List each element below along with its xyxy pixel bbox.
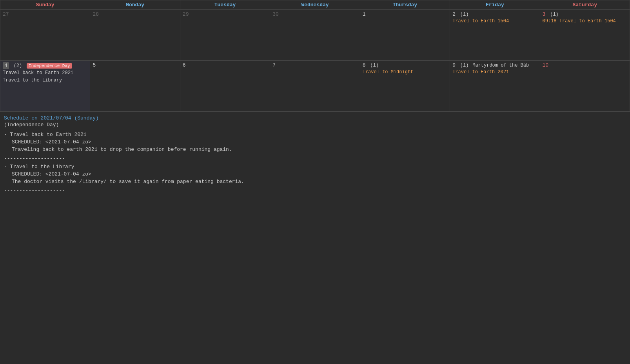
entry-desc-2: The doctor visits the /Library/ to save … bbox=[12, 179, 626, 185]
header-friday: Friday bbox=[450, 0, 540, 10]
day-cell-6[interactable]: 6 bbox=[180, 61, 270, 112]
day-cell-7[interactable]: 7 bbox=[270, 61, 360, 112]
day-cell-5[interactable]: 5 bbox=[90, 61, 180, 112]
day-num-1: 1 bbox=[363, 11, 366, 17]
day-num-3: 3 bbox=[543, 11, 546, 17]
divider-2: -------------------- bbox=[4, 188, 626, 194]
calendar-container: Sunday Monday Tuesday Wednesday Thursday… bbox=[0, 0, 630, 112]
event-travel-earth-1504-fri: Travel to Earth 1504 bbox=[452, 18, 537, 25]
day-num-5: 5 bbox=[93, 62, 96, 68]
day-num-7: 7 bbox=[272, 62, 276, 68]
day-cell-29[interactable]: 29 bbox=[180, 10, 270, 61]
day-cell-1[interactable]: 1 bbox=[360, 10, 450, 61]
entry-scheduled-1: SCHEDULED: <2021-07-04 zo> bbox=[12, 139, 626, 145]
day-cell-28[interactable]: 28 bbox=[90, 10, 180, 61]
event-travel-midnight: Travel to Midnight bbox=[363, 69, 447, 76]
day-num-29: 29 bbox=[183, 11, 189, 17]
schedule-pane: Schedule on 2021/07/04 (Sunday) (Indepen… bbox=[0, 112, 630, 199]
schedule-entry-1: - Travel back to Earth 2021 SCHEDULED: <… bbox=[4, 132, 626, 152]
holiday-independence-day: Independence Day bbox=[27, 63, 72, 69]
event-count-9: (1) bbox=[460, 63, 469, 68]
day-num-2: 2 bbox=[452, 11, 456, 17]
event-travel-library: Travel to the Library bbox=[3, 77, 87, 84]
divider-1: -------------------- bbox=[4, 156, 626, 161]
day-num-28: 28 bbox=[93, 11, 99, 17]
header-wednesday: Wednesday bbox=[270, 0, 360, 10]
event-count-4: (2) bbox=[14, 63, 22, 69]
day-cell-4[interactable]: 4 (2) Independence Day Travel back to Ea… bbox=[0, 61, 90, 112]
entry-title-1: - Travel back to Earth 2021 bbox=[4, 132, 626, 138]
entry-scheduled-2: SCHEDULED: <2021-07-04 zo> bbox=[12, 171, 626, 177]
event-count-8: (1) bbox=[370, 63, 379, 68]
calendar-grid: Sunday Monday Tuesday Wednesday Thursday… bbox=[0, 0, 630, 112]
header-saturday: Saturday bbox=[540, 0, 630, 10]
holiday-martyrdom: Martyrdom of the Báb bbox=[472, 63, 529, 68]
day-num-27: 27 bbox=[3, 11, 9, 17]
schedule-subtitle: (Independence Day) bbox=[4, 122, 626, 128]
event-travel-earth-2021-fri: Travel to Earth 2021 bbox=[452, 69, 537, 76]
entry-title-2: - Travel to the Library bbox=[4, 164, 626, 170]
entry-desc-1: Traveling back to earth 2021 to drop the… bbox=[12, 147, 626, 152]
day-num-9: 9 bbox=[452, 62, 456, 68]
day-num-4: 4 bbox=[3, 62, 9, 69]
day-cell-27[interactable]: 27 bbox=[0, 10, 90, 61]
day-cell-2[interactable]: 2 (1) Travel to Earth 1504 bbox=[450, 10, 540, 61]
day-cell-8[interactable]: 8 (1) Travel to Midnight bbox=[360, 61, 450, 112]
day-cell-9[interactable]: 9 (1) Martyrdom of the Báb Travel to Ear… bbox=[450, 61, 540, 112]
day-cell-10[interactable]: 10 bbox=[540, 61, 630, 112]
day-num-10: 10 bbox=[543, 62, 549, 68]
day-num-30: 30 bbox=[272, 11, 279, 17]
header-tuesday: Tuesday bbox=[180, 0, 270, 10]
header-sunday: Sunday bbox=[0, 0, 90, 10]
event-travel-back-earth: Travel back to Earth 2021 bbox=[3, 70, 87, 76]
day-num-8: 8 bbox=[363, 62, 366, 68]
schedule-title: Schedule on 2021/07/04 (Sunday) bbox=[4, 115, 626, 121]
header-monday: Monday bbox=[90, 0, 180, 10]
header-thursday: Thursday bbox=[360, 0, 450, 10]
event-count-2: (1) bbox=[460, 12, 469, 17]
event-travel-earth-1504-sat: 09:18 Travel to Earth 1504 bbox=[543, 18, 627, 25]
day-cell-3[interactable]: 3 (1) 09:18 Travel to Earth 1504 bbox=[540, 10, 630, 61]
event-count-3: (1) bbox=[550, 12, 559, 17]
day-num-6: 6 bbox=[183, 62, 186, 68]
day-cell-30[interactable]: 30 bbox=[270, 10, 360, 61]
schedule-entry-2: - Travel to the Library SCHEDULED: <2021… bbox=[4, 164, 626, 185]
